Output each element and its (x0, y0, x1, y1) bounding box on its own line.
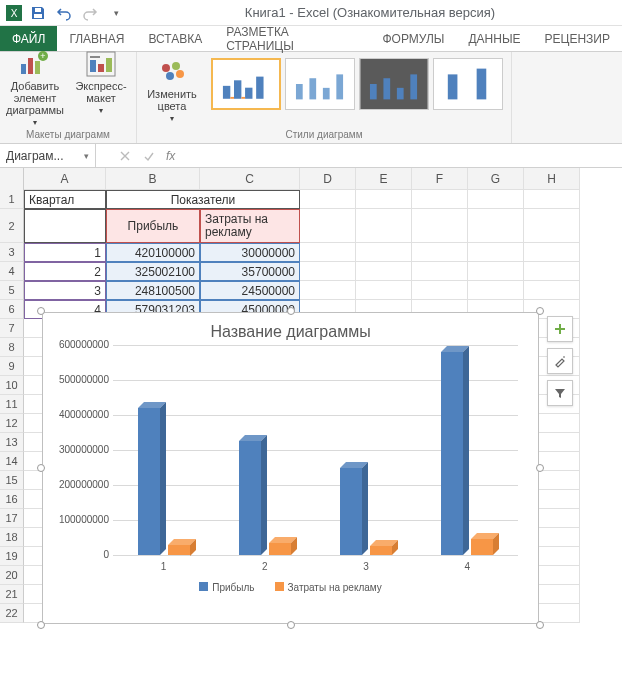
chart-bar[interactable] (168, 545, 190, 556)
formula-input[interactable] (185, 149, 612, 163)
name-box[interactable]: Диаграм...▾ (0, 144, 96, 167)
chart-legend[interactable]: Прибыль Затраты на рекламу (43, 582, 538, 593)
cell[interactable]: Показатели (106, 190, 300, 209)
tab-data[interactable]: ДАННЫЕ (456, 26, 532, 51)
tab-page-layout[interactable]: РАЗМЕТКА СТРАНИЦЫ (214, 26, 370, 51)
save-icon[interactable] (30, 5, 46, 21)
undo-icon[interactable] (56, 5, 72, 21)
change-colors-button[interactable]: Изменить цвета▾ (141, 54, 203, 123)
resize-handle[interactable] (536, 307, 544, 315)
col-header-e[interactable]: E (356, 168, 412, 190)
col-header-g[interactable]: G (468, 168, 524, 190)
fx-icon[interactable]: fx (166, 149, 175, 163)
resize-handle[interactable] (37, 621, 45, 629)
cell[interactable]: Квартал (24, 190, 106, 209)
chart-plot-area[interactable]: 0100000000200000000300000000400000000500… (113, 345, 518, 555)
chart-styles-button[interactable] (547, 348, 573, 374)
row-header[interactable]: 14 (0, 452, 24, 471)
row-header[interactable]: 16 (0, 490, 24, 509)
chevron-down-icon[interactable]: ▾ (84, 151, 89, 161)
svg-rect-18 (214, 60, 279, 108)
row-header[interactable]: 7 (0, 319, 24, 338)
resize-handle[interactable] (37, 307, 45, 315)
qat-dropdown-icon[interactable]: ▾ (108, 5, 124, 21)
cell[interactable]: Затраты на рекламу (200, 209, 300, 243)
svg-rect-5 (28, 58, 33, 74)
row-header[interactable]: 22 (0, 604, 24, 623)
row-header[interactable]: 2 (0, 209, 24, 243)
chart-bar[interactable] (340, 468, 362, 555)
cell[interactable] (24, 209, 106, 243)
add-chart-element-label: Добавить элемент диаграммы (4, 80, 66, 116)
chart-style-2[interactable] (285, 58, 355, 110)
row-header[interactable]: 19 (0, 547, 24, 566)
title-bar: X ▾ Книга1 - Excel (Ознакомительная верс… (0, 0, 622, 26)
row-header[interactable]: 17 (0, 509, 24, 528)
cell[interactable]: 30000000 (200, 243, 300, 262)
row-header[interactable]: 13 (0, 433, 24, 452)
row-header[interactable]: 6 (0, 300, 24, 319)
resize-handle[interactable] (37, 464, 45, 472)
col-header-b[interactable]: B (106, 168, 200, 190)
chart-bar[interactable] (239, 441, 261, 555)
cell[interactable]: 325002100 (106, 262, 200, 281)
cancel-icon[interactable] (118, 149, 132, 163)
svg-rect-22 (256, 77, 263, 99)
col-header-a[interactable]: A (24, 168, 106, 190)
row-header[interactable]: 20 (0, 566, 24, 585)
row-header[interactable]: 10 (0, 376, 24, 395)
row-header[interactable]: 1 (0, 190, 24, 209)
row-header[interactable]: 18 (0, 528, 24, 547)
row-header[interactable]: 11 (0, 395, 24, 414)
add-chart-element-button[interactable]: + Добавить элемент диаграммы▾ (4, 46, 66, 127)
cell[interactable]: 248100500 (106, 281, 200, 300)
chart-bar[interactable] (370, 546, 392, 555)
resize-handle[interactable] (536, 621, 544, 629)
svg-rect-23 (230, 97, 234, 99)
tab-formulas[interactable]: ФОРМУЛЫ (370, 26, 456, 51)
chart-filter-button[interactable] (547, 380, 573, 406)
resize-handle[interactable] (536, 464, 544, 472)
row-header[interactable]: 5 (0, 281, 24, 300)
chart-elements-button[interactable] (547, 316, 573, 342)
resize-handle[interactable] (287, 307, 295, 315)
cell[interactable]: 420100000 (106, 243, 200, 262)
row-header[interactable]: 9 (0, 357, 24, 376)
row-header[interactable]: 8 (0, 338, 24, 357)
row-header[interactable]: 21 (0, 585, 24, 604)
svg-text:X: X (11, 8, 18, 19)
col-header-c[interactable]: C (200, 168, 300, 190)
chart-bar[interactable] (441, 352, 463, 555)
chart-bar[interactable] (138, 408, 160, 555)
row-header[interactable]: 12 (0, 414, 24, 433)
chart-object[interactable]: Название диаграммы 010000000020000000030… (42, 312, 539, 624)
chart-bar[interactable] (471, 539, 493, 555)
chart-style-3[interactable] (359, 58, 429, 110)
chart-bar[interactable] (269, 543, 291, 555)
col-header-h[interactable]: H (524, 168, 580, 190)
quick-layout-button[interactable]: Экспресс-макет▾ (70, 46, 132, 115)
cell[interactable]: 3 (24, 281, 106, 300)
cell[interactable]: 1 (24, 243, 106, 262)
col-header-d[interactable]: D (300, 168, 356, 190)
tab-review[interactable]: РЕЦЕНЗИР (533, 26, 622, 51)
row-header[interactable]: 15 (0, 471, 24, 490)
row-header[interactable]: 3 (0, 243, 24, 262)
chart-style-4[interactable] (433, 58, 503, 110)
cell[interactable]: 2 (24, 262, 106, 281)
redo-icon[interactable] (82, 5, 98, 21)
cell[interactable]: 24500000 (200, 281, 300, 300)
chart-title[interactable]: Название диаграммы (43, 313, 538, 345)
row-header[interactable]: 4 (0, 262, 24, 281)
svg-rect-27 (309, 78, 316, 99)
worksheet[interactable]: A B C D E F G H 1 Квартал Показатели 2 П… (0, 168, 622, 623)
col-header-f[interactable]: F (412, 168, 468, 190)
chart-style-1[interactable] (211, 58, 281, 110)
enter-icon[interactable] (142, 149, 156, 163)
cell[interactable]: 35700000 (200, 262, 300, 281)
svg-rect-28 (323, 88, 330, 100)
tab-insert[interactable]: ВСТАВКА (136, 26, 214, 51)
cell[interactable]: Прибыль (106, 209, 200, 243)
select-all-corner[interactable] (0, 168, 24, 190)
resize-handle[interactable] (287, 621, 295, 629)
